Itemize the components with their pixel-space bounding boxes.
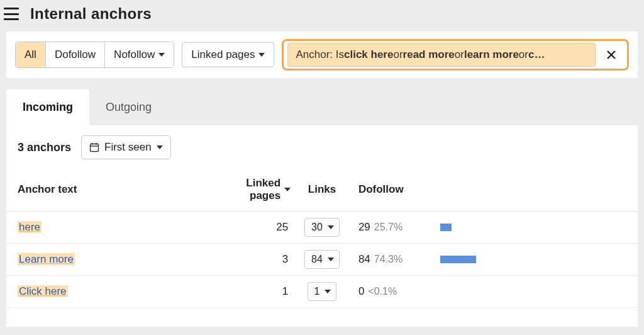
links-dropdown[interactable]: 1 — [308, 282, 337, 301]
chip-or: or — [519, 48, 528, 61]
chip-or: or — [393, 48, 402, 61]
chip-or: or — [455, 48, 464, 61]
links-value: 84 — [311, 254, 323, 265]
active-filter-highlight: Anchor: Is click here or read more or le… — [282, 39, 629, 71]
sort-dropdown[interactable]: First seen — [81, 135, 171, 159]
calendar-icon — [89, 142, 99, 152]
segment-label: All — [25, 48, 36, 61]
dofollow-pct: <0.1% — [368, 286, 397, 297]
links-dropdown[interactable]: 84 — [304, 250, 340, 269]
segment-dofollow[interactable]: Dofollow — [46, 42, 105, 67]
segment-label: Nofollow — [114, 48, 155, 61]
anchors-table: Anchor text Linked pages Links Dofollow … — [6, 169, 638, 308]
dropdown-label: Linked pages — [191, 48, 255, 61]
linked-pages-value: 1 — [211, 276, 297, 308]
chevron-down-icon — [328, 258, 334, 261]
dofollow-value: 0 — [358, 285, 364, 297]
anchors-count: 3 anchors — [18, 141, 71, 154]
chip-term: learn more — [464, 48, 519, 61]
chip-term: click here — [344, 48, 393, 61]
col-label: Linked pages — [217, 177, 280, 202]
dofollow-pct: 25.7% — [374, 222, 402, 232]
col-dofollow[interactable]: Dofollow — [347, 169, 434, 212]
filter-toolbar: All Dofollow Nofollow Linked pages Ancho… — [6, 31, 638, 78]
segment-nofollow[interactable]: Nofollow — [105, 42, 174, 67]
chip-term: read more — [403, 48, 455, 61]
dofollow-cell: 8474.3% — [347, 244, 434, 276]
chevron-down-icon — [158, 53, 165, 57]
chip-prefix: Anchor: Is — [296, 48, 344, 61]
anchor-filter-chip[interactable]: Anchor: Is click here or read more or le… — [287, 43, 596, 67]
chevron-down-icon — [157, 145, 163, 149]
linked-pages-value: 25 — [211, 212, 297, 244]
dofollow-bar — [440, 256, 476, 263]
col-anchor-text[interactable]: Anchor text — [6, 169, 211, 212]
dofollow-value: 29 — [358, 221, 370, 233]
tab-incoming[interactable]: Incoming — [6, 89, 89, 125]
dofollow-value: 84 — [358, 253, 370, 265]
anchor-text-link[interactable]: Learn more — [18, 253, 75, 265]
results-panel: 3 anchors First seen Anchor text Linked … — [6, 125, 638, 327]
tab-outgoing[interactable]: Outgoing — [89, 89, 168, 125]
chevron-down-icon — [258, 53, 265, 57]
links-value: 1 — [314, 286, 320, 297]
chip-tail: c… — [528, 48, 545, 61]
linked-pages-dropdown[interactable]: Linked pages — [182, 42, 274, 67]
dofollow-cell: 2925.7% — [347, 212, 434, 244]
dofollow-pct: 74.3% — [374, 254, 402, 264]
page-title: Internal anchors — [30, 5, 152, 23]
segment-all[interactable]: All — [16, 42, 46, 67]
links-dropdown[interactable]: 30 — [304, 218, 340, 237]
table-row: here25302925.7% — [6, 212, 638, 244]
chevron-down-icon — [328, 225, 334, 229]
dofollow-cell: 0<0.1% — [347, 276, 434, 308]
linked-pages-value: 3 — [211, 244, 297, 276]
col-linked-pages[interactable]: Linked pages — [211, 169, 297, 212]
table-row: Click here110<0.1% — [6, 276, 638, 308]
svg-rect-2 — [91, 144, 99, 152]
sort-label: First seen — [104, 141, 152, 154]
menu-icon[interactable] — [4, 8, 19, 20]
anchor-text-link[interactable]: Click here — [18, 285, 68, 297]
follow-segmented: All Dofollow Nofollow — [15, 42, 174, 68]
segment-label: Dofollow — [55, 48, 96, 61]
table-row: Learn more3848474.3% — [6, 244, 638, 276]
tabs: Incoming Outgoing — [6, 89, 638, 125]
links-value: 30 — [311, 222, 323, 233]
dofollow-bar — [440, 224, 452, 231]
chevron-down-icon — [325, 290, 331, 293]
col-links[interactable]: Links — [297, 169, 347, 212]
close-icon[interactable] — [599, 43, 623, 67]
anchor-text-link[interactable]: here — [18, 221, 42, 233]
chevron-down-icon — [284, 188, 291, 191]
col-bar — [434, 169, 638, 212]
